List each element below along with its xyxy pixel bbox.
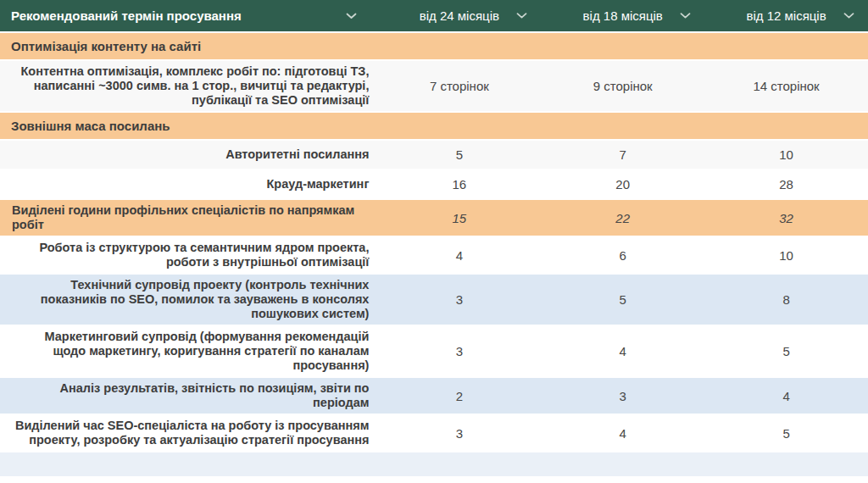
table-row: Робота із структурою та семантичним ядро… xyxy=(0,237,868,275)
row-label: Контентна оптимізація, комплекс робіт по… xyxy=(12,64,369,108)
row-value-col-1: 5 xyxy=(541,278,704,321)
partial-next-row xyxy=(0,452,868,478)
table-row: Авторитетні посилання5710 xyxy=(0,141,868,170)
row-value-col-2: 5 xyxy=(704,330,868,373)
row-value-col-2: 14 сторінок xyxy=(704,64,868,108)
chevron-down-icon[interactable] xyxy=(843,12,854,19)
row-label-cell: Технічний супровід проекту (контроль тех… xyxy=(0,278,377,321)
row-value-col-2: 10 xyxy=(704,144,868,165)
row-label-cell: Крауд-маркетинг xyxy=(0,174,377,195)
table-body: Оптимізація контенту на сайтіКонтентна о… xyxy=(0,33,868,478)
row-value-col-1: 20 xyxy=(541,174,704,195)
table-row: Крауд-маркетинг162028 xyxy=(0,170,868,200)
row-value-col-2: 10 xyxy=(704,241,868,269)
row-value-col-2: 4 xyxy=(704,381,868,410)
row-label: Крауд-маркетинг xyxy=(267,177,370,192)
header-title-cell[interactable]: Рекомендований термін просування xyxy=(0,8,377,23)
row-value-col-0: 3 xyxy=(377,330,541,373)
row-value-col-1: 7 xyxy=(541,144,704,165)
column-header-0[interactable]: від 24 місяців xyxy=(377,8,541,23)
row-label: Аналіз результатів, звітність по позиція… xyxy=(12,381,369,410)
row-label-cell: Виділені години профільних спеціалістів … xyxy=(0,203,377,232)
row-value-col-2: 32 xyxy=(704,203,868,232)
section-header-row: Оптимізація контенту на сайті xyxy=(0,33,868,61)
row-value-col-1: 4 xyxy=(541,330,704,373)
row-value-col-1: 4 xyxy=(541,419,704,447)
row-value-col-0: 15 xyxy=(377,203,541,232)
row-label: Виділені години профільних спеціалістів … xyxy=(12,203,369,232)
row-label: Виділений час SEO-спеціаліста на роботу … xyxy=(12,419,369,447)
section-title: Зовнішня маса посилань xyxy=(0,117,868,135)
row-label: Робота із структурою та семантичним ядро… xyxy=(12,241,369,269)
section-title: Оптимізація контенту на сайті xyxy=(0,37,868,55)
row-value-col-0: 3 xyxy=(377,419,541,447)
row-label-cell: Маркетинговий супровід (формування реком… xyxy=(0,330,377,373)
column-header-label: від 24 місяців xyxy=(420,8,499,23)
table-row: Виділені години профільних спеціалістів … xyxy=(0,200,868,237)
row-value-col-0: 16 xyxy=(377,174,541,195)
row-label-cell: Виділений час SEO-спеціаліста на роботу … xyxy=(0,419,377,447)
seo-pricing-table: Рекомендований термін просування від 24 … xyxy=(0,0,868,483)
header-title: Рекомендований термін просування xyxy=(11,8,242,23)
chevron-down-icon[interactable] xyxy=(516,12,527,19)
chevron-down-icon[interactable] xyxy=(680,12,691,19)
section-header-row: Зовнішня маса посилань xyxy=(0,113,868,141)
row-label: Авторитетні посилання xyxy=(225,147,369,162)
row-label-cell: Робота із структурою та семантичним ядро… xyxy=(0,241,377,269)
row-value-col-1: 22 xyxy=(541,203,704,232)
row-value-col-2: 5 xyxy=(704,419,868,447)
table-row: Контентна оптимізація, комплекс робіт по… xyxy=(0,61,868,113)
table-row: Технічний супровід проекту (контроль тех… xyxy=(0,275,868,326)
table-row: Виділений час SEO-спеціаліста на роботу … xyxy=(0,415,868,452)
row-value-col-1: 9 сторінок xyxy=(541,64,704,108)
row-value-col-0: 5 xyxy=(377,144,541,165)
row-label: Технічний супровід проекту (контроль тех… xyxy=(12,278,369,321)
column-header-label: від 12 місяців xyxy=(746,8,826,23)
row-value-col-0: 7 сторінок xyxy=(377,64,541,108)
column-header-2[interactable]: від 12 місяців xyxy=(704,8,868,23)
row-value-col-1: 3 xyxy=(541,381,704,410)
row-value-col-2: 28 xyxy=(704,174,868,195)
table-header-row: Рекомендований термін просування від 24 … xyxy=(0,0,868,33)
column-header-label: від 18 місяців xyxy=(583,8,663,23)
row-value-col-1: 6 xyxy=(541,241,704,269)
row-label-cell: Аналіз результатів, звітність по позиція… xyxy=(0,381,377,410)
table-row: Аналіз результатів, звітність по позиція… xyxy=(0,378,868,415)
table-row: Маркетинговий супровід (формування реком… xyxy=(0,326,868,378)
column-header-1[interactable]: від 18 місяців xyxy=(541,8,704,23)
row-value-col-0: 3 xyxy=(377,278,541,321)
chevron-down-icon[interactable] xyxy=(346,13,357,19)
row-label: Маркетинговий супровід (формування реком… xyxy=(12,330,369,373)
row-value-col-2: 8 xyxy=(704,278,868,321)
row-label-cell: Авторитетні посилання xyxy=(0,144,377,165)
row-value-col-0: 2 xyxy=(377,381,541,410)
row-value-col-0: 4 xyxy=(377,241,541,269)
row-label-cell: Контентна оптимізація, комплекс робіт по… xyxy=(0,64,377,108)
